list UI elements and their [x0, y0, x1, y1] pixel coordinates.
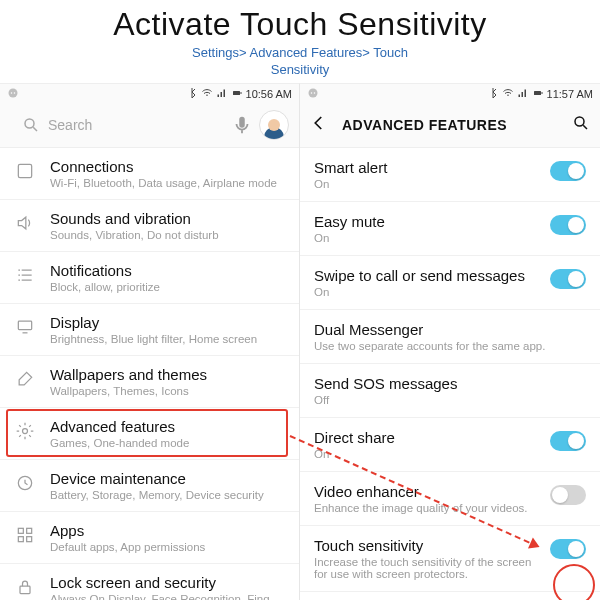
settings-row-connections[interactable]: Connections Wi-Fi, Bluetooth, Data usage…: [0, 148, 299, 200]
settings-row-display[interactable]: Display Brightness, Blue light filter, H…: [0, 304, 299, 356]
settings-list: Connections Wi-Fi, Bluetooth, Data usage…: [0, 148, 299, 600]
search-row: Search: [0, 104, 299, 148]
row-sub: Increase the touch sensitivity of the sc…: [314, 556, 542, 580]
hero-path-line1: Settings> Advanced Features> Touch: [192, 45, 408, 60]
row-title: Wallpapers and themes: [50, 366, 287, 383]
row-sub: Brightness, Blue light filter, Home scre…: [50, 333, 287, 345]
back-icon[interactable]: [310, 114, 328, 136]
battery-icon: [231, 87, 243, 101]
settings-row-sounds-and-vibration[interactable]: Sounds and vibration Sounds, Vibration, …: [0, 200, 299, 252]
row-title: Touch sensitivity: [314, 537, 542, 554]
hero-path: Settings> Advanced Features> Touch Sensi…: [0, 45, 600, 79]
row-sub: Sounds, Vibration, Do not disturb: [50, 229, 287, 241]
reddit-icon: [7, 87, 19, 101]
svg-point-0: [9, 88, 18, 97]
advanced-features-pane: 11:57 AM ADVANCED FEATURES Smart alert O…: [300, 83, 600, 600]
row-title: Sounds and vibration: [50, 210, 287, 227]
search-input[interactable]: Search: [10, 110, 231, 140]
gear-icon: [14, 418, 36, 441]
svg-rect-14: [27, 536, 32, 541]
toggle-switch[interactable]: [550, 215, 586, 235]
hero-path-line2: Sensitivity: [271, 62, 330, 77]
row-title: Connections: [50, 158, 287, 175]
settings-row-wallpapers-and-themes[interactable]: Wallpapers and themes Wallpapers, Themes…: [0, 356, 299, 408]
feature-row-swipe-to-call-or-send-messages[interactable]: Swipe to call or send messages On: [300, 256, 600, 310]
row-title: Smart alert: [314, 159, 542, 176]
row-sub: Block, allow, prioritize: [50, 281, 287, 293]
feature-row-smart-alert[interactable]: Smart alert On: [300, 148, 600, 202]
brush-icon: [14, 366, 36, 389]
row-sub: Games, One-handed mode: [50, 437, 287, 449]
wifi-icon: [502, 87, 514, 101]
svg-rect-8: [18, 321, 31, 329]
settings-row-notifications[interactable]: Notifications Block, allow, prioritize: [0, 252, 299, 304]
settings-row-lock-screen-and-security[interactable]: Lock screen and security Always On Displ…: [0, 564, 299, 600]
row-title: Lock screen and security: [50, 574, 287, 591]
status-time: 10:56 AM: [246, 88, 292, 100]
toggle-switch[interactable]: [550, 269, 586, 289]
feature-row-easy-mute[interactable]: Easy mute On: [300, 202, 600, 256]
svg-point-2: [14, 92, 16, 94]
svg-point-17: [311, 92, 313, 94]
row-sub: Enhance the image quality of your videos…: [314, 502, 542, 514]
advanced-features-list: Smart alert On Easy mute On Swipe to cal…: [300, 148, 600, 592]
wifi-icon: [201, 87, 213, 101]
feature-row-direct-share[interactable]: Direct share On: [300, 418, 600, 472]
status-time: 11:57 AM: [547, 88, 593, 100]
reddit-icon: [307, 87, 319, 101]
feature-row-dual-messenger[interactable]: Dual Messenger Use two separate accounts…: [300, 310, 600, 364]
search-icon: [22, 116, 40, 134]
settings-row-advanced-features[interactable]: Advanced features Games, One-handed mode: [0, 408, 299, 460]
page-header: ADVANCED FEATURES: [300, 104, 600, 148]
svg-rect-15: [20, 586, 30, 594]
row-sub: Off: [314, 394, 578, 406]
rect-icon: [14, 158, 36, 181]
svg-rect-4: [240, 92, 241, 94]
feature-row-touch-sensitivity[interactable]: Touch sensitivity Increase the touch sen…: [300, 526, 600, 592]
battery-icon: [532, 87, 544, 101]
svg-point-9: [23, 428, 28, 433]
row-title: Direct share: [314, 429, 542, 446]
row-title: Advanced features: [50, 418, 287, 435]
toggle-switch[interactable]: [550, 431, 586, 451]
search-icon[interactable]: [572, 114, 590, 136]
row-title: Easy mute: [314, 213, 542, 230]
row-title: Device maintenance: [50, 470, 287, 487]
page-title: ADVANCED FEATURES: [342, 117, 558, 133]
profile-avatar[interactable]: [259, 110, 289, 140]
toggle-switch[interactable]: [550, 539, 586, 559]
svg-rect-6: [239, 117, 245, 128]
settings-row-apps[interactable]: Apps Default apps, App permissions: [0, 512, 299, 564]
mic-icon[interactable]: [231, 114, 253, 136]
feature-row-send-sos-messages[interactable]: Send SOS messages Off: [300, 364, 600, 418]
row-title: Video enhancer: [314, 483, 542, 500]
row-sub: Wallpapers, Themes, Icons: [50, 385, 287, 397]
svg-rect-11: [18, 528, 23, 533]
signal-icon: [517, 87, 529, 101]
svg-rect-12: [27, 528, 32, 533]
row-title: Swipe to call or send messages: [314, 267, 542, 284]
row-sub: Always On Display, Face Recognition, Fin…: [50, 593, 287, 600]
signal-icon: [216, 87, 228, 101]
svg-point-1: [11, 92, 13, 94]
svg-rect-20: [541, 92, 542, 94]
row-sub: On: [314, 232, 542, 244]
row-title: Notifications: [50, 262, 287, 279]
row-sub: On: [314, 286, 542, 298]
feature-row-video-enhancer[interactable]: Video enhancer Enhance the image quality…: [300, 472, 600, 526]
svg-rect-3: [233, 91, 240, 95]
svg-rect-13: [18, 536, 23, 541]
settings-pane: 10:56 AM Search Connections Wi-Fi, Bluet…: [0, 83, 300, 600]
row-title: Dual Messenger: [314, 321, 578, 338]
grid-icon: [14, 522, 36, 545]
row-title: Apps: [50, 522, 287, 539]
care-icon: [14, 470, 36, 493]
row-sub: Battery, Storage, Memory, Device securit…: [50, 489, 287, 501]
settings-row-device-maintenance[interactable]: Device maintenance Battery, Storage, Mem…: [0, 460, 299, 512]
row-sub: Use two separate accounts for the same a…: [314, 340, 578, 352]
toggle-switch[interactable]: [550, 485, 586, 505]
display-icon: [14, 314, 36, 337]
toggle-switch[interactable]: [550, 161, 586, 181]
svg-point-16: [309, 88, 318, 97]
row-sub: On: [314, 448, 542, 460]
